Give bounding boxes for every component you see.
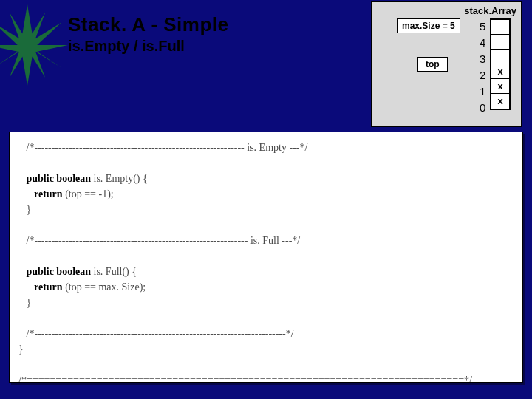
stack-diagram: stack.Array max.Size = 5 top 5 4 3 2 1 0… [371,1,522,127]
index-label: 3 [480,51,485,67]
starburst-icon [0,4,68,86]
code-line: /*--------------------------------------… [18,328,294,339]
stack-cell [491,20,509,35]
code-line: (top == -1); [63,188,114,200]
index-label: 0 [480,100,485,116]
code-line: } [18,344,24,355]
slide-title-block: Stack. A - Simple is.Empty / is.Full [68,13,229,55]
code-line: is. Full() { [91,266,137,277]
index-label: 4 [480,35,485,51]
index-label: 2 [480,67,485,83]
stack-cell [491,50,509,64]
top-box: top [417,57,448,72]
code-line: } [18,204,31,215]
stack-cell: x [491,94,509,109]
stack-indices: 5 4 3 2 1 0 [480,18,485,116]
code-kw: return [18,282,63,293]
code-kw: public boolean [18,266,91,277]
code-kw: return [18,188,63,200]
code-line: /*--------------------------------------… [18,142,307,153]
slide-subtitle: is.Empty / is.Full [68,38,229,55]
code-line: (top == max. Size); [63,282,146,293]
code-line: } [18,297,31,308]
stack-cell [491,35,509,50]
code-kw: public boolean [18,173,91,184]
stack-cell: x [491,79,509,94]
index-label: 5 [480,18,485,35]
stack-cell: x [491,64,509,79]
maxsize-box: max.Size = 5 [397,18,460,33]
stack-cells: x x x [490,18,511,110]
diagram-label: stack.Array [464,5,516,16]
index-label: 1 [480,83,485,100]
code-line: /*======================================… [18,375,472,383]
code-listing: /*--------------------------------------… [9,132,523,383]
svg-marker-0 [0,4,68,86]
code-line: /*--------------------------------------… [18,235,300,246]
code-line: is. Empty() { [91,173,148,184]
slide-title: Stack. A - Simple [68,13,229,36]
